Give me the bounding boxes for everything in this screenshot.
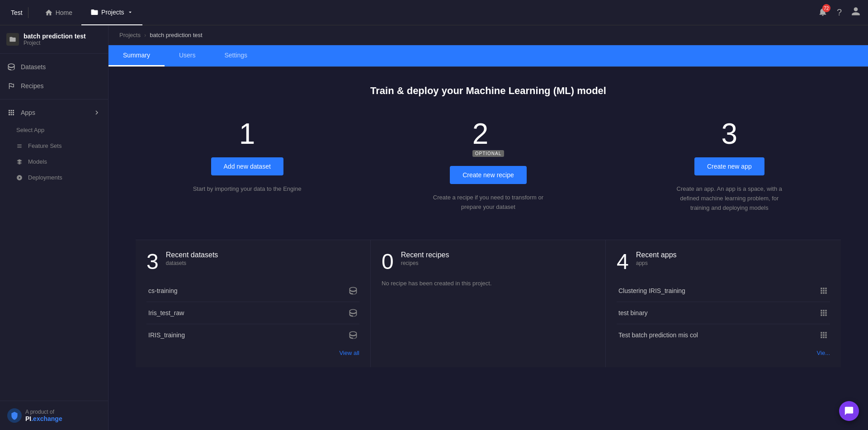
step-3: 3 Create new app Create an app. An app i… [618, 119, 841, 213]
home-link[interactable]: Home [36, 0, 81, 25]
step-2-number: 2 [472, 119, 505, 148]
tab-summary[interactable]: Summary [108, 45, 165, 66]
chat-support-button[interactable] [839, 401, 859, 421]
sidebar-sub-item-select-app[interactable]: Select App [0, 122, 108, 138]
steps-row: 1 Add new dataset Start by importing you… [136, 119, 841, 213]
step-2-optional: OPTIONAL [472, 150, 505, 157]
deployments-icon [16, 175, 23, 181]
datasets-icon [7, 63, 15, 71]
no-recipe-message: No recipe has been created in this proje… [382, 280, 594, 287]
projects-chevron-icon [127, 9, 133, 15]
projects-link[interactable]: Projects [81, 0, 142, 25]
sidebar-sub-item-deployments[interactable]: Deployments [0, 170, 108, 185]
datasets-card-title: Recent datasets [166, 251, 218, 259]
logo-icon [7, 408, 22, 423]
apps-icon [7, 109, 15, 117]
step-3-desc: Create an app. An app is a space, with a… [670, 184, 788, 213]
dataset-item[interactable]: IRIS_training [146, 324, 359, 346]
app-item[interactable]: Test batch prediction mis col [617, 324, 830, 346]
feature-sets-label: Feature Sets [28, 142, 61, 149]
datasets-count: 3 [146, 251, 159, 273]
breadcrumb-separator: › [144, 32, 146, 38]
folder-icon [90, 8, 99, 16]
apps-count: 4 [617, 251, 629, 273]
footer-text: A product of [25, 409, 62, 415]
logo-exchange-text: .exchange [31, 415, 62, 422]
dataset-db-icon-1 [349, 286, 358, 295]
sidebar-item-recipes[interactable]: Recipes [0, 76, 108, 95]
app-grid-icon-2 [819, 308, 828, 317]
user-profile-button[interactable] [851, 6, 861, 19]
apps-card: 4 Recent apps apps Clustering IRIS_train… [606, 240, 841, 367]
datasets-view-all[interactable]: View all [146, 350, 359, 356]
chat-icon [844, 406, 854, 416]
apps-view-all[interactable]: Vie... [617, 350, 830, 356]
deployments-label: Deployments [28, 174, 62, 181]
create-app-button[interactable]: Create new app [694, 157, 764, 175]
recipes-count: 0 [382, 251, 394, 273]
notification-count: 72 [822, 4, 830, 12]
folder-open-icon [9, 36, 16, 43]
home-icon [45, 9, 53, 17]
dataset-item[interactable]: Iris_test_raw [146, 302, 359, 324]
recipes-card: 0 Recent recipes recipes No recipe has b… [371, 240, 606, 367]
home-label: Home [56, 9, 72, 16]
dataset-list: cs-training Iris_test_raw [146, 280, 359, 346]
apps-list: Clustering IRIS_training test binary [617, 280, 830, 346]
project-type-label: Project [24, 40, 86, 46]
sidebar-footer: A product of PI .exchange [0, 401, 108, 430]
recipes-label: Recipes [21, 82, 44, 90]
dataset-item[interactable]: cs-training [146, 280, 359, 302]
breadcrumb: Projects › batch prediction test [108, 25, 868, 45]
sidebar-item-datasets[interactable]: Datasets [0, 57, 108, 76]
logo-pi-text: PI [25, 415, 31, 422]
app-item[interactable]: Clustering IRIS_training [617, 280, 830, 302]
dataset-db-icon-3 [349, 331, 358, 340]
recipes-card-title: Recent recipes [401, 251, 449, 259]
app-grid-icon-1 [819, 286, 828, 295]
recipes-icon [7, 82, 15, 90]
recipes-count-label: recipes [401, 260, 449, 266]
summary-panel: Train & deploy your Machine Learning (ML… [108, 67, 868, 430]
user-icon [851, 6, 861, 16]
tab-users[interactable]: Users [165, 45, 210, 66]
apps-chevron-icon [93, 109, 101, 117]
models-icon [16, 159, 23, 165]
sidebar-sub-item-models[interactable]: Models [0, 154, 108, 170]
projects-label: Projects [101, 9, 124, 16]
tab-bar: Summary Users Settings [108, 45, 868, 67]
breadcrumb-current: batch prediction test [150, 32, 202, 38]
notifications-button[interactable]: 72 [818, 7, 828, 18]
datasets-count-label: datasets [166, 260, 218, 266]
select-app-label: Select App [16, 127, 44, 133]
step-2: 2 OPTIONAL Create new recipe Create a re… [377, 119, 599, 213]
bottom-cards: 3 Recent datasets datasets cs-training [136, 240, 841, 367]
apps-card-title: Recent apps [636, 251, 677, 259]
top-navbar: Test Home Projects 72 ? [0, 0, 868, 25]
test-selector[interactable]: Test [7, 7, 28, 18]
create-recipe-button[interactable]: Create new recipe [450, 166, 527, 184]
datasets-card: 3 Recent datasets datasets cs-training [136, 240, 371, 367]
datasets-label: Datasets [21, 63, 46, 71]
breadcrumb-projects[interactable]: Projects [119, 32, 141, 38]
tab-settings[interactable]: Settings [210, 45, 262, 66]
add-dataset-button[interactable]: Add new dataset [211, 157, 283, 175]
step-3-number: 3 [722, 119, 738, 148]
project-icon [6, 33, 19, 46]
step-1: 1 Add new dataset Start by importing you… [136, 119, 359, 213]
apps-count-label: apps [636, 260, 677, 266]
step-1-desc: Start by importing your data to the Engi… [193, 184, 302, 194]
project-header: batch prediction test Project [0, 25, 108, 54]
summary-title: Train & deploy your Machine Learning (ML… [136, 85, 841, 97]
main-content: Projects › batch prediction test Summary… [108, 25, 868, 430]
app-item[interactable]: test binary [617, 302, 830, 324]
help-button[interactable]: ? [837, 7, 842, 18]
feature-sets-icon [16, 143, 23, 149]
pi-logo-icon [10, 411, 19, 420]
sidebar: batch prediction test Project Datasets R… [0, 25, 108, 430]
dataset-db-icon-2 [349, 308, 358, 317]
sidebar-item-apps[interactable]: Apps [0, 103, 108, 122]
project-name: batch prediction test [24, 33, 86, 40]
sidebar-sub-item-feature-sets[interactable]: Feature Sets [0, 138, 108, 154]
step-1-number: 1 [239, 119, 255, 148]
